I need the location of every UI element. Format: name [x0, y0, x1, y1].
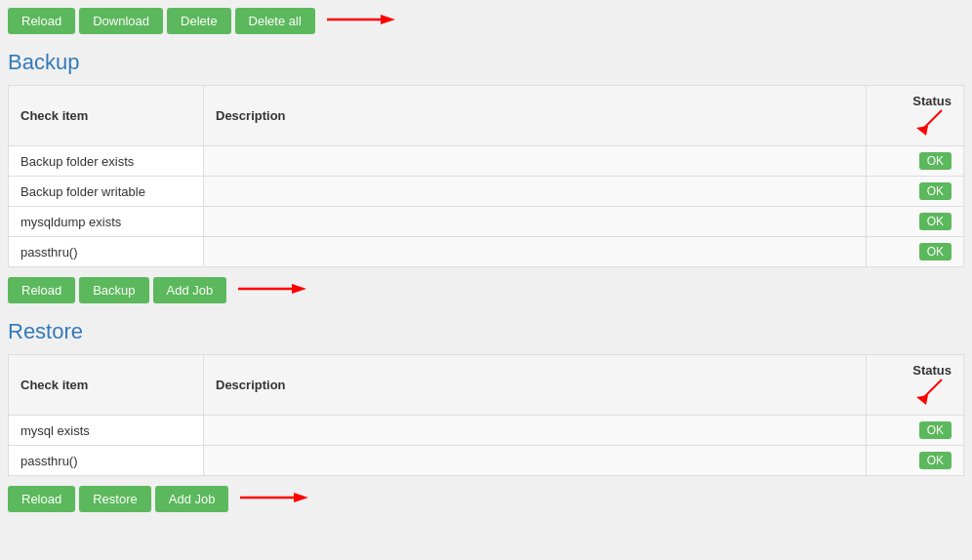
backup-table: Check item Description Status Backup fol…: [8, 85, 964, 267]
restore-table-row: mysql exists OK: [9, 416, 964, 446]
ok-badge: OK: [919, 243, 952, 260]
ok-badge: OK: [919, 421, 952, 439]
restore-reload-button[interactable]: Reload: [8, 486, 75, 512]
svg-marker-3: [916, 126, 928, 136]
backup-checkitem-cell: mysqldump exists: [9, 207, 204, 237]
backup-desc-cell: [204, 207, 867, 237]
top-toolbar: Reload Download Delete Delete all: [8, 8, 964, 34]
restore-add-job-button[interactable]: Add Job: [155, 486, 229, 512]
delete-button[interactable]: Delete: [167, 8, 231, 34]
svg-marker-1: [381, 15, 395, 24]
svg-marker-9: [294, 493, 308, 502]
restore-checkitem-cell: mysql exists: [9, 416, 204, 446]
delete-all-button[interactable]: Delete all: [235, 8, 315, 34]
backup-table-row: Backup folder exists OK: [9, 146, 964, 177]
ok-badge: OK: [919, 452, 952, 469]
arrow-annotation-backup: [238, 279, 306, 301]
restore-checkitem-cell: passthru(): [9, 446, 204, 476]
restore-status-cell: OK: [867, 446, 964, 476]
backup-toolbar: Reload Backup Add Job: [8, 277, 964, 303]
restore-status-cell: OK: [867, 416, 964, 446]
backup-status-cell: OK: [867, 237, 964, 267]
backup-col-desc: Description: [204, 86, 867, 146]
backup-desc-cell: [204, 237, 867, 267]
restore-table-row: passthru() OK: [9, 446, 964, 476]
backup-desc-cell: [204, 146, 867, 177]
arrow-annotation-top: [327, 10, 395, 32]
backup-section: Backup Check item Description Status Bac…: [8, 50, 964, 303]
backup-status-cell: OK: [867, 177, 964, 207]
ok-badge: OK: [919, 213, 952, 230]
restore-col-status: Status: [867, 355, 964, 416]
backup-table-row: mysqldump exists OK: [9, 207, 964, 237]
restore-section: Restore Check item Description Status my…: [8, 319, 964, 512]
backup-desc-cell: [204, 177, 867, 207]
backup-status-label: Status: [912, 94, 952, 108]
restore-table: Check item Description Status mysql exis…: [8, 354, 964, 476]
restore-title: Restore: [8, 319, 964, 344]
backup-checkitem-cell: Backup folder exists: [9, 146, 204, 177]
backup-status-cell: OK: [867, 207, 964, 237]
backup-table-row: passthru() OK: [9, 237, 964, 267]
backup-col-checkitem: Check item: [9, 86, 204, 146]
backup-checkitem-cell: passthru(): [9, 237, 204, 267]
restore-status-label: Status: [912, 363, 952, 378]
backup-checkitem-cell: Backup folder writable: [9, 177, 204, 207]
backup-button[interactable]: Backup: [79, 277, 148, 303]
backup-add-job-button[interactable]: Add Job: [153, 277, 227, 303]
svg-marker-5: [292, 284, 306, 294]
backup-title: Backup: [8, 50, 964, 75]
backup-col-status: Status: [867, 86, 964, 146]
reload-button-top[interactable]: Reload: [8, 8, 75, 34]
backup-reload-button[interactable]: Reload: [8, 277, 75, 303]
restore-col-desc: Description: [204, 355, 867, 416]
restore-toolbar: Reload Restore Add Job: [8, 486, 964, 512]
restore-button[interactable]: Restore: [79, 486, 151, 512]
backup-status-cell: OK: [867, 146, 964, 177]
backup-table-row: Backup folder writable OK: [9, 177, 964, 207]
arrow-annotation-restore: [240, 488, 308, 510]
ok-badge: OK: [919, 182, 952, 200]
svg-marker-7: [916, 395, 928, 405]
ok-badge: OK: [919, 152, 952, 170]
restore-col-checkitem: Check item: [9, 355, 204, 416]
restore-desc-cell: [204, 416, 867, 446]
restore-desc-cell: [204, 446, 867, 476]
download-button[interactable]: Download: [79, 8, 163, 34]
